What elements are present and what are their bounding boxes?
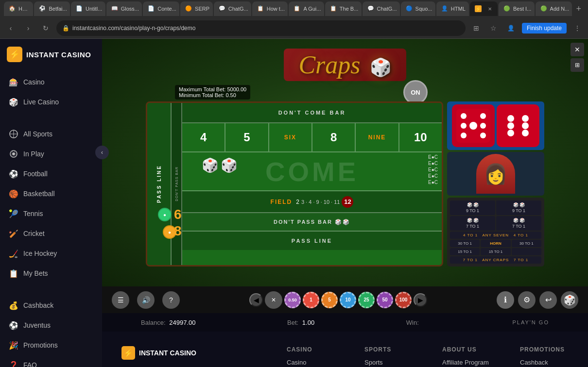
forward-button[interactable]: › xyxy=(21,21,35,35)
dont-come-bar: DON'T COME BAR xyxy=(182,103,442,123)
tab-squo[interactable]: 🔵 Squo... xyxy=(401,1,435,16)
balance-value: 24997.00 xyxy=(169,319,195,326)
profile-button[interactable]: 👤 xyxy=(504,21,518,35)
dice-icon-2: 🎲 xyxy=(221,158,238,173)
volume-ctrl-button[interactable]: 🔊 xyxy=(137,291,155,309)
num-10[interactable]: 10 xyxy=(399,123,442,151)
tab-untitled[interactable]: 📄 Untitl... xyxy=(71,1,105,16)
new-tab-button[interactable]: + xyxy=(573,4,584,14)
sidebar-collapse-button[interactable]: ‹ xyxy=(95,146,109,159)
num-six[interactable]: SIX xyxy=(269,123,312,151)
num-8[interactable]: 8 xyxy=(312,123,356,151)
footer-link-casino[interactable]: Casino xyxy=(287,359,335,366)
menu-ctrl-button[interactable]: ☰ xyxy=(112,291,129,309)
info-button[interactable]: ℹ xyxy=(497,291,514,309)
odds-7-to-1-left: 🎲🎲 7 TO 1 xyxy=(450,216,495,231)
svg-rect-12 xyxy=(501,109,535,143)
game-window-controls: ✕ ⊞ xyxy=(571,43,584,72)
min-bet-text: Minimum Total Bet: 0.50 xyxy=(179,92,246,98)
bookmark-button[interactable]: ☆ xyxy=(487,21,501,35)
field-row[interactable]: FIELD 2 3 · 4 · 9 · 10 · 11 12 xyxy=(182,191,442,213)
footer-about-col: ABOUT US Affiliate Program xyxy=(442,346,491,367)
finish-update-button[interactable]: Finish update xyxy=(522,23,567,33)
tab-chatg1-label: ChatG... xyxy=(228,6,248,12)
sidebar-item-casino[interactable]: 🎰 Casino xyxy=(2,72,100,92)
tab-agui[interactable]: 📋 A Gui... xyxy=(289,1,324,16)
roll-button[interactable]: 🎲 xyxy=(561,291,578,309)
tab-conte-label: Conte... xyxy=(157,6,176,12)
tab-theb[interactable]: 📋 The B... xyxy=(325,1,362,16)
dont-pass-bar-row[interactable]: DON'T PASS BAR 🎲🎲 xyxy=(182,213,442,232)
tab-addn[interactable]: 🟢 Add N... xyxy=(536,1,572,16)
sidebar-item-my-bets[interactable]: 📋 My Bets xyxy=(2,264,100,283)
tab-chatg1[interactable]: 💬 ChatG... xyxy=(214,1,251,16)
footer-link-sports[interactable]: Sports xyxy=(364,359,413,366)
sidebar-item-basketball[interactable]: 🏀 Basketball xyxy=(2,184,100,203)
menu-button[interactable]: ⋮ xyxy=(571,21,584,35)
undo-button[interactable]: ↩ xyxy=(539,291,557,309)
craps-table[interactable]: PASS LINE DON'T PASS BAR DON'T COME BAR xyxy=(146,101,443,267)
tab-serp[interactable]: 🟠 SERP xyxy=(180,1,213,16)
on-button[interactable]: ON xyxy=(403,80,428,104)
tab-gloss-label: Gloss... xyxy=(121,6,139,12)
sidebar-item-faq[interactable]: ❓ FAQ xyxy=(2,355,100,367)
game-expand-button[interactable]: ⊞ xyxy=(571,58,584,72)
tab-howt[interactable]: 📋 How t... xyxy=(252,1,288,16)
tab-chatg2[interactable]: 💬 ChatG... xyxy=(363,1,400,16)
tab-betfair[interactable]: ⚽ Betfai... xyxy=(34,1,70,16)
playngo-logo: PLAY'N GO xyxy=(512,319,549,325)
chip-50[interactable]: 50 xyxy=(377,292,393,308)
tab-squo-favicon: 🔵 xyxy=(406,5,413,12)
tab-betfair-favicon: ⚽ xyxy=(39,5,46,12)
extensions-button[interactable]: ⊞ xyxy=(469,21,483,35)
sidebar-item-football[interactable]: ⚽ Football xyxy=(2,164,100,184)
sidebar-item-ice-hockey[interactable]: 🏒 Ice Hockey xyxy=(2,244,100,263)
game-container: ✕ ⊞ Craps 🎲 Maximum Total Bet: 5000.00 M… xyxy=(102,39,588,332)
tab-best[interactable]: 🟢 Best I... xyxy=(499,1,535,16)
chip-10[interactable]: 10 xyxy=(340,292,356,308)
num-4[interactable]: 4 xyxy=(182,123,225,151)
num-5[interactable]: 5 xyxy=(225,123,269,151)
controls-right: ℹ ⚙ ↩ 🎲 xyxy=(497,291,578,309)
sidebar-item-cashback[interactable]: 💰 Cashback xyxy=(2,296,100,315)
chip-25[interactable]: 25 xyxy=(358,292,375,308)
chip-100[interactable]: 100 xyxy=(395,292,412,308)
settings-button[interactable]: ⚙ xyxy=(518,291,536,309)
any-craps-row[interactable]: 7 TO 1 ANY CRAPS 7 TO 1 xyxy=(450,256,541,264)
sidebar-item-juventus[interactable]: ⚽ Juventus xyxy=(2,316,100,335)
pass-line-bar: PASS LINE xyxy=(147,103,172,265)
tab-conte[interactable]: 📄 Conte... xyxy=(143,1,179,16)
game-close-button[interactable]: ✕ xyxy=(571,43,584,56)
pass-line-bottom-row[interactable]: PASS LINE xyxy=(182,232,442,250)
sidebar-item-cricket[interactable]: 🏏 Cricket xyxy=(2,224,100,243)
sidebar-item-promotions[interactable]: 🎉 Promotions xyxy=(2,335,100,355)
tab-gloss[interactable]: 📖 Gloss... xyxy=(106,1,142,16)
num-nine[interactable]: NINE xyxy=(356,123,399,151)
footer-link-affiliate[interactable]: Affiliate Program xyxy=(442,359,491,366)
help-ctrl-button[interactable]: ? xyxy=(162,291,180,309)
sidebar-item-all-sports[interactable]: All Sports xyxy=(2,124,100,144)
tab-instant-casino[interactable]: ⚡ ✕ xyxy=(470,1,498,16)
sidebar-item-live-casino[interactable]: 🎲 Live Casino xyxy=(2,92,100,112)
refresh-button[interactable]: ↻ xyxy=(39,21,52,35)
sidebar-item-tennis[interactable]: 🎾 Tennis xyxy=(2,204,100,223)
tab-home[interactable]: 🏠 Ho... xyxy=(4,1,33,16)
footer-link-cashback[interactable]: Cashback xyxy=(520,359,569,366)
come-area[interactable]: COME 🎲 🎲 E●C E●C E●C xyxy=(182,152,442,191)
chip-050[interactable]: 0.50 xyxy=(284,292,301,308)
any-seven-row[interactable]: 4 TO 1 ANY SEVEN 4 TO 1 xyxy=(450,232,541,239)
remove-bet-button[interactable]: ✕ xyxy=(265,291,282,309)
chip-5[interactable]: 5 xyxy=(321,292,338,308)
chip-1[interactable]: 1 xyxy=(303,292,319,308)
address-bar[interactable]: 🔒 instantcasino.com/casino/play-n-go/cra… xyxy=(56,20,466,36)
tab-best-label: Best I... xyxy=(513,6,531,12)
sidebar-item-in-play[interactable]: In Play xyxy=(2,144,100,164)
tab-html[interactable]: 👤 HTML xyxy=(436,1,469,16)
chips-prev-button[interactable]: ◀ xyxy=(249,293,263,307)
svg-point-10 xyxy=(461,123,467,129)
chips-next-button[interactable]: ▶ xyxy=(414,293,427,307)
field-12: 12 xyxy=(342,196,353,208)
balance-section: Balance: 24997.00 xyxy=(141,319,195,326)
back-button[interactable]: ‹ xyxy=(4,21,17,35)
tab-ic-close[interactable]: ✕ xyxy=(487,5,493,12)
